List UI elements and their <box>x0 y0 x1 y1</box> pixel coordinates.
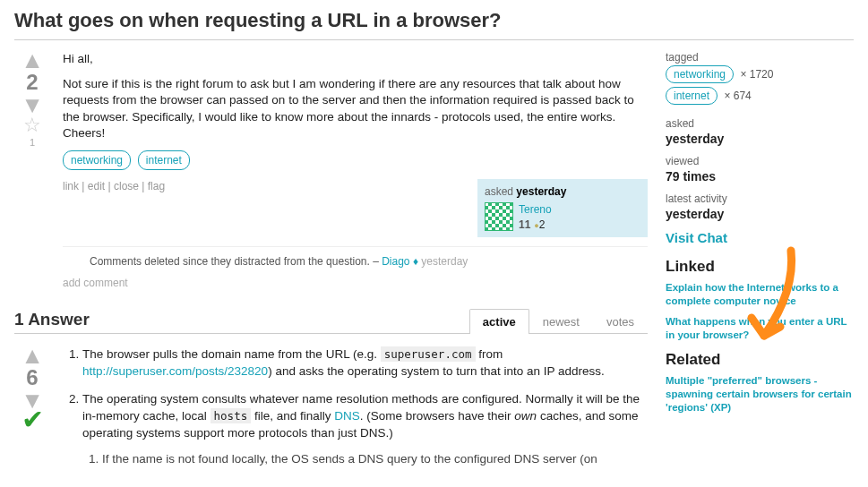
code-hosts: hosts <box>211 408 252 423</box>
bronze-badge-count: 2 <box>539 218 546 231</box>
moderator-diamond-icon: ♦ <box>413 255 421 268</box>
favorite-star-icon[interactable]: ☆ <box>14 114 50 137</box>
related-item[interactable]: Multiple "preferred" browsers - spawning… <box>666 374 854 414</box>
sb-tag-count: × 1720 <box>740 68 773 81</box>
upvote-icon[interactable]: ▲ <box>14 346 50 364</box>
tab-active[interactable]: active <box>469 309 529 334</box>
vote-column: ▲ 6 ▼ ✔ <box>14 346 50 478</box>
upvote-icon[interactable]: ▲ <box>14 51 50 69</box>
answer: ▲ 6 ▼ ✔ The browser pulls the domain nam… <box>14 346 648 478</box>
inline-link[interactable]: http://superuser.com/posts/232820 <box>82 364 268 378</box>
comment: Comments deleted since they distracted f… <box>63 254 648 269</box>
sb-asked-val: yesterday <box>666 132 854 146</box>
code-domain: superuser.com <box>381 346 476 362</box>
sb-viewed-val: 79 times <box>666 169 854 184</box>
comment-user-link[interactable]: Diago <box>382 255 409 268</box>
tag-networking[interactable]: networking <box>63 150 131 170</box>
sb-latest-val: yesterday <box>666 207 854 221</box>
user-link[interactable]: Tereno <box>519 203 552 216</box>
sb-tag-internet[interactable]: internet <box>666 87 718 105</box>
user-rep: 11 <box>519 218 530 231</box>
page-title: What goes on when requesting a URL in a … <box>14 9 854 40</box>
text: The browser pulls the domain name from t… <box>82 347 381 361</box>
comment-text: Comments deleted since they distracted f… <box>90 255 382 268</box>
text: from <box>476 347 503 361</box>
sb-tag-count: × 674 <box>724 90 751 102</box>
question-body-line: Not sure if this is the right forum to a… <box>63 76 648 141</box>
accepted-checkmark-icon[interactable]: ✔ <box>14 409 50 431</box>
sb-viewed-label: viewed <box>666 155 854 167</box>
favorite-count: 1 <box>14 137 50 148</box>
asker-signature: asked yesterday Tereno 11●2 <box>477 179 648 237</box>
post-menu-flag[interactable]: flag <box>148 180 165 192</box>
sb-tag-networking[interactable]: networking <box>666 65 734 83</box>
post-menu-close[interactable]: close <box>114 180 139 192</box>
answer-step: The browser pulls the domain name from t… <box>82 346 648 380</box>
sort-tabs: active newest votes <box>469 308 648 333</box>
visit-chat-link[interactable]: Visit Chat <box>666 230 854 245</box>
italic-own: own <box>514 409 537 423</box>
answer-substep: If the name is not found locally, the OS… <box>102 451 648 468</box>
inline-link-dns[interactable]: DNS <box>334 409 360 423</box>
question-body-line: Hi all, <box>63 51 648 67</box>
tab-votes[interactable]: votes <box>593 309 648 334</box>
text: ) and asks the operating system to turn … <box>268 364 605 378</box>
linked-item[interactable]: Explain how the Internet works to a comp… <box>666 281 854 308</box>
sb-asked-label: asked <box>666 117 854 130</box>
post-menu: link | edit | close | flag <box>63 179 165 193</box>
tag-internet[interactable]: internet <box>138 150 190 170</box>
post-menu-link[interactable]: link <box>63 180 79 192</box>
text: file, and finally <box>251 409 334 423</box>
related-heading: Related <box>666 351 854 369</box>
sig-label: asked <box>485 185 516 198</box>
question: ▲ 2 ▼ ☆ 1 Hi all, Not sure if this is th… <box>14 51 648 290</box>
post-menu-edit[interactable]: edit <box>88 180 105 192</box>
question-tags: networking internet <box>63 150 648 170</box>
downvote-icon[interactable]: ▼ <box>14 96 50 114</box>
answers-count: 1 Answer <box>14 310 90 333</box>
avatar[interactable] <box>485 202 513 231</box>
text: . (Some browsers have their <box>360 409 515 423</box>
vote-column: ▲ 2 ▼ ☆ 1 <box>14 51 50 290</box>
add-comment-link[interactable]: add comment <box>63 276 648 290</box>
sig-time: yesterday <box>516 185 566 198</box>
linked-heading: Linked <box>666 258 854 276</box>
answer-step: The operating system consults whatever n… <box>82 391 648 468</box>
sb-latest-label: latest activity <box>666 192 854 205</box>
sb-tagged-label: tagged <box>666 51 854 64</box>
linked-item[interactable]: What happens when you enter a URL in you… <box>666 315 854 342</box>
comment-time: yesterday <box>421 255 468 268</box>
tab-newest[interactable]: newest <box>529 309 593 334</box>
